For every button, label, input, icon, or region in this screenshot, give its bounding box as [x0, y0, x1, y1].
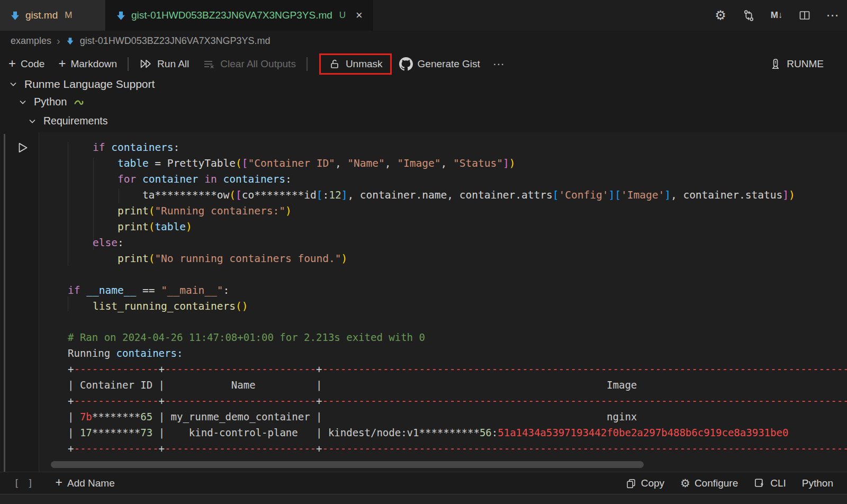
- runme-logo-icon: [769, 58, 782, 70]
- breadcrumb-file[interactable]: gist-01HWD053BZ23JN6VA7X3NGP3YS.md: [80, 35, 271, 47]
- run-all-label: Run All: [157, 58, 189, 70]
- unlock-icon: [328, 58, 341, 70]
- runme-file-icon: [10, 10, 21, 21]
- run-all-icon: [139, 57, 152, 70]
- section-requirements: Requirements: [28, 115, 107, 127]
- section-runme-language-support: Runme Language Support: [8, 78, 155, 91]
- configure-label: Configure: [695, 478, 738, 489]
- runme-kernel-label: RUNME: [787, 58, 824, 70]
- add-markdown-label: Markdown: [70, 58, 117, 70]
- tab-title: gist.md: [25, 10, 58, 21]
- chevron-down-icon[interactable]: [18, 97, 28, 107]
- cell-language-label: Python: [802, 478, 833, 489]
- editor-actions: ⚙ M↓ ⋯: [714, 0, 840, 31]
- code-editor[interactable]: if containers: table = PrettyTable(["Con…: [68, 140, 795, 314]
- plus-icon: +: [58, 57, 66, 70]
- run-all-button[interactable]: Run All: [139, 57, 189, 70]
- git-compare-icon[interactable]: [742, 8, 755, 22]
- editor-tab-bar: gist.md M gist-01HWD053BZ23JN6VA7X3NGP3Y…: [0, 0, 847, 31]
- notebook-toolbar: + Code + Markdown Run All Clear All Ou: [0, 51, 847, 77]
- chevron-down-icon[interactable]: [28, 116, 37, 126]
- tab-gist-notebook[interactable]: gist-01HWD053BZ23JN6VA7X3NGP3YS.md U ×: [105, 0, 373, 31]
- cell-language-indicator[interactable]: Python: [802, 478, 833, 489]
- cell-footer: [ ] + Add Name Copy ⚙ Configure: [0, 472, 847, 494]
- split-editor-icon[interactable]: [798, 8, 812, 22]
- git-status-badge: M: [65, 10, 72, 21]
- runme-file-icon: [115, 10, 127, 21]
- cli-icon: [754, 477, 766, 489]
- unmask-annotation-box: Unmask: [319, 53, 392, 75]
- add-code-button[interactable]: + Code: [8, 58, 44, 70]
- tab-title: gist-01HWD053BZ23JN6VA7X3NGP3YS.md: [131, 10, 332, 21]
- cell-focus-indicator: [4, 134, 5, 493]
- generate-gist-button[interactable]: Generate Gist: [399, 57, 480, 71]
- git-status-badge: U: [339, 10, 346, 21]
- cell-footer-actions: Copy ⚙ Configure CLI Python: [625, 477, 847, 490]
- breadcrumb: examples › gist-01HWD053BZ23JN6VA7X3NGP3…: [0, 31, 847, 51]
- clear-all-outputs-button[interactable]: Clear All Outputs: [203, 58, 296, 70]
- runme-kernel-button[interactable]: RUNME: [769, 58, 847, 70]
- clear-outputs-icon: [203, 58, 215, 70]
- add-name-label: Add Name: [67, 478, 115, 489]
- section-python: Python: [18, 96, 85, 108]
- add-name-button[interactable]: + Add Name: [56, 478, 115, 489]
- runme-file-icon: [66, 37, 75, 46]
- copy-label: Copy: [641, 478, 664, 489]
- unmask-button[interactable]: Unmask: [328, 58, 383, 70]
- cli-button[interactable]: CLI: [754, 477, 786, 489]
- add-code-label: Code: [21, 58, 44, 70]
- more-notebook-actions[interactable]: ···: [493, 57, 504, 71]
- configure-gear-icon: ⚙: [680, 477, 690, 490]
- close-icon[interactable]: ×: [356, 10, 363, 21]
- cell-gutter-divider: [39, 132, 39, 494]
- python-snake-icon: [73, 96, 85, 108]
- unmask-label: Unmask: [346, 58, 383, 70]
- execution-brackets: [ ]: [14, 478, 34, 489]
- generate-gist-label: Generate Gist: [418, 58, 480, 70]
- breadcrumb-chevron: ›: [57, 35, 60, 47]
- settings-gear-icon[interactable]: ⚙: [714, 8, 727, 22]
- plus-icon: +: [8, 57, 16, 70]
- section-label: Runme Language Support: [24, 78, 155, 91]
- cli-label: CLI: [770, 478, 786, 489]
- toolbar-separator: [307, 57, 308, 71]
- tab-gist-md[interactable]: gist.md M: [0, 0, 105, 31]
- chevron-down-icon[interactable]: [8, 79, 18, 89]
- copy-icon: [625, 478, 637, 489]
- markdown-preview-icon[interactable]: M↓: [770, 8, 783, 22]
- play-icon[interactable]: [16, 141, 30, 155]
- toolbar-separator: [128, 57, 129, 71]
- horizontal-scrollbar[interactable]: [51, 461, 644, 468]
- next-cell-edge: [0, 494, 847, 504]
- plus-icon: +: [56, 476, 62, 489]
- cell-output: # Ran on 2024-04-26 11:47:08+01:00 for 2…: [68, 329, 847, 456]
- more-actions-icon[interactable]: ⋯: [826, 8, 840, 22]
- breadcrumb-folder[interactable]: examples: [11, 35, 51, 47]
- clear-all-outputs-label: Clear All Outputs: [220, 58, 296, 70]
- copy-button[interactable]: Copy: [625, 478, 664, 489]
- section-label: Requirements: [43, 115, 107, 127]
- add-markdown-button[interactable]: + Markdown: [58, 58, 117, 70]
- vscode-window: gist.md M gist-01HWD053BZ23JN6VA7X3NGP3Y…: [0, 0, 847, 504]
- configure-button[interactable]: ⚙ Configure: [680, 477, 738, 490]
- github-icon: [399, 57, 413, 71]
- section-label: Python: [34, 96, 67, 108]
